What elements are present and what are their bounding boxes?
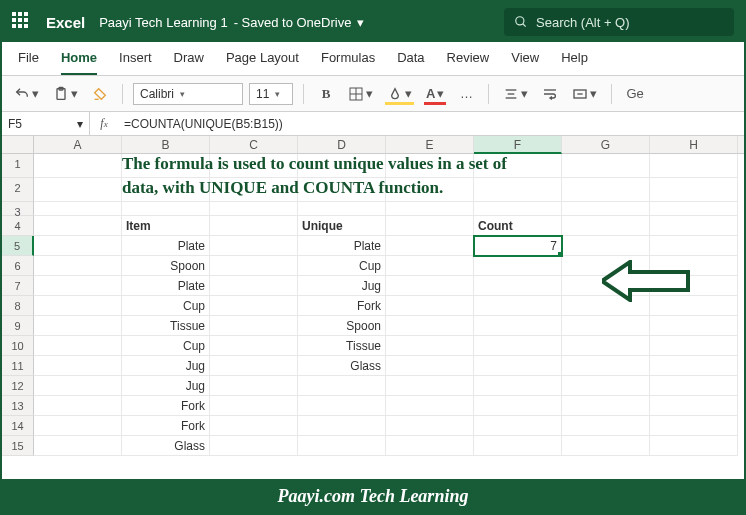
row-head[interactable]: 2: [2, 178, 34, 202]
search-placeholder: Search (Alt + Q): [536, 15, 630, 30]
cell[interactable]: data, with UNIQUE and COUNTA function.: [122, 178, 210, 202]
cell[interactable]: [34, 178, 122, 202]
cell-item[interactable]: Cup: [122, 296, 210, 316]
cell-unique[interactable]: Jug: [298, 276, 386, 296]
fill-color-button[interactable]: ▾: [383, 82, 416, 106]
tab-data[interactable]: Data: [397, 50, 424, 75]
explain-text-2: data, with UNIQUE and COUNTA function.: [122, 178, 443, 198]
cell[interactable]: The formula is used to count unique valu…: [122, 154, 210, 178]
chevron-down-icon: ▾: [357, 15, 364, 30]
tab-draw[interactable]: Draw: [174, 50, 204, 75]
cell[interactable]: [562, 154, 650, 178]
font-color-button[interactable]: A ▾: [422, 82, 448, 106]
font-size-select[interactable]: 11 ▾: [249, 83, 293, 105]
undo-button[interactable]: ▾: [10, 82, 43, 106]
cell-unique[interactable]: Fork: [298, 296, 386, 316]
format-painter-button[interactable]: [88, 82, 112, 106]
cell-count-selected[interactable]: 7: [474, 236, 562, 256]
borders-button[interactable]: ▾: [344, 82, 377, 106]
document-title[interactable]: Paayi Tech Learning 1 - Saved to OneDriv…: [99, 15, 364, 30]
chevron-down-icon: ▾: [77, 117, 83, 131]
font-family-value: Calibri: [140, 87, 174, 101]
tab-home[interactable]: Home: [61, 50, 97, 75]
paste-button[interactable]: ▾: [49, 82, 82, 106]
cell[interactable]: [386, 216, 474, 236]
svg-marker-13: [602, 262, 688, 300]
cell-item[interactable]: Spoon: [122, 256, 210, 276]
cell-item[interactable]: Plate: [122, 276, 210, 296]
tab-insert[interactable]: Insert: [119, 50, 152, 75]
row-head[interactable]: 10: [2, 336, 34, 356]
select-all-corner[interactable]: [2, 136, 34, 154]
cell-item[interactable]: Jug: [122, 376, 210, 396]
chevron-down-icon: ▾: [32, 86, 39, 101]
row-head[interactable]: 1: [2, 154, 34, 178]
number-format-button[interactable]: Ge: [622, 82, 647, 106]
row-head[interactable]: 13: [2, 396, 34, 416]
align-center-button[interactable]: ▾: [499, 82, 532, 106]
chevron-down-icon: ▾: [180, 89, 185, 99]
tab-file[interactable]: File: [18, 50, 39, 75]
cell[interactable]: [562, 178, 650, 202]
search-input[interactable]: Search (Alt + Q): [504, 8, 734, 36]
col-head-g[interactable]: G: [562, 136, 650, 153]
tab-help[interactable]: Help: [561, 50, 588, 75]
ribbon-tabs: File Home Insert Draw Page Layout Formul…: [2, 42, 744, 76]
cell[interactable]: [650, 178, 738, 202]
tab-review[interactable]: Review: [447, 50, 490, 75]
cell-item[interactable]: Fork: [122, 416, 210, 436]
tab-formulas[interactable]: Formulas: [321, 50, 375, 75]
fx-icon[interactable]: fx: [90, 116, 118, 131]
cell[interactable]: [650, 154, 738, 178]
cell[interactable]: [474, 178, 562, 202]
row-head[interactable]: 7: [2, 276, 34, 296]
cell[interactable]: [34, 154, 122, 178]
col-head-d[interactable]: D: [298, 136, 386, 153]
explain-text-1: The formula is used to count unique valu…: [122, 154, 507, 174]
tab-page-layout[interactable]: Page Layout: [226, 50, 299, 75]
row-head[interactable]: 11: [2, 356, 34, 376]
cell-header-item[interactable]: Item: [122, 216, 210, 236]
more-font-button[interactable]: …: [454, 82, 478, 106]
cell-header-count[interactable]: Count: [474, 216, 562, 236]
formula-bar[interactable]: =COUNTA(UNIQUE(B5:B15)): [118, 117, 744, 131]
cell-item[interactable]: Glass: [122, 436, 210, 456]
row-head[interactable]: 8: [2, 296, 34, 316]
cell-item[interactable]: Tissue: [122, 316, 210, 336]
cell-item[interactable]: Jug: [122, 356, 210, 376]
cell-item[interactable]: Plate: [122, 236, 210, 256]
cell-unique[interactable]: Spoon: [298, 316, 386, 336]
row-head[interactable]: 15: [2, 436, 34, 456]
col-head-a[interactable]: A: [34, 136, 122, 153]
col-head-b[interactable]: B: [122, 136, 210, 153]
row-head[interactable]: 14: [2, 416, 34, 436]
cell-item[interactable]: Fork: [122, 396, 210, 416]
save-status: - Saved to OneDrive: [234, 15, 352, 30]
cell[interactable]: [210, 216, 298, 236]
app-launcher-icon[interactable]: [12, 12, 32, 32]
row-head[interactable]: 3: [2, 202, 34, 216]
cell-unique[interactable]: Cup: [298, 256, 386, 276]
cell-item[interactable]: Cup: [122, 336, 210, 356]
cell-unique[interactable]: Glass: [298, 356, 386, 376]
row-head[interactable]: 4: [2, 216, 34, 236]
tab-view[interactable]: View: [511, 50, 539, 75]
col-head-e[interactable]: E: [386, 136, 474, 153]
col-head-h[interactable]: H: [650, 136, 738, 153]
col-head-c[interactable]: C: [210, 136, 298, 153]
row-head[interactable]: 5: [2, 236, 34, 256]
name-box[interactable]: F5 ▾: [2, 112, 90, 135]
merge-button[interactable]: ▾: [568, 82, 601, 106]
bold-button[interactable]: B: [314, 82, 338, 106]
cell[interactable]: [34, 216, 122, 236]
arrow-annotation-icon: [602, 260, 692, 302]
row-head[interactable]: 12: [2, 376, 34, 396]
font-family-select[interactable]: Calibri ▾: [133, 83, 243, 105]
cell-unique[interactable]: Plate: [298, 236, 386, 256]
cell-unique[interactable]: Tissue: [298, 336, 386, 356]
wrap-text-button[interactable]: [538, 82, 562, 106]
col-head-f[interactable]: F: [474, 136, 562, 154]
row-head[interactable]: 6: [2, 256, 34, 276]
cell-header-unique[interactable]: Unique: [298, 216, 386, 236]
row-head[interactable]: 9: [2, 316, 34, 336]
